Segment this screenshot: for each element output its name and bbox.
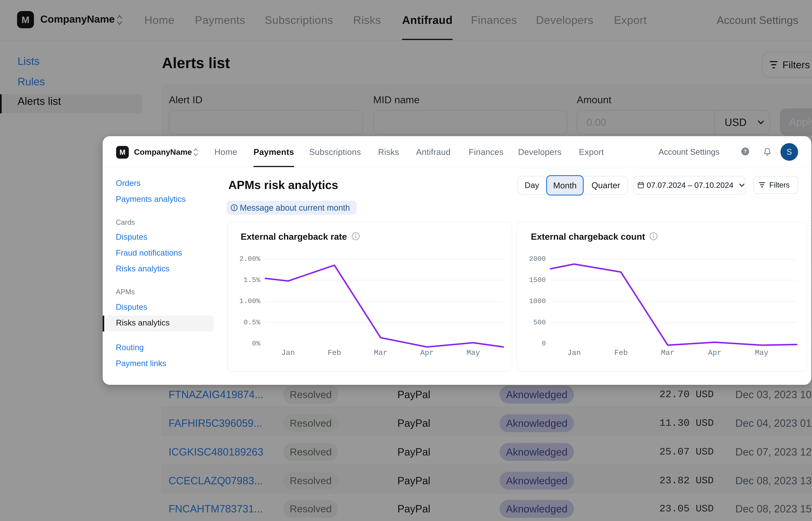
svg-text:?: ? <box>744 149 747 154</box>
